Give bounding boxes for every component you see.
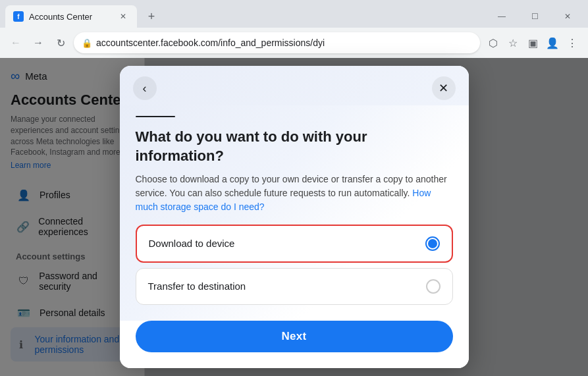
tab-favicon: f <box>13 11 24 22</box>
modal-dialog: ‹ ✕ What do you want to do with your inf… <box>120 66 469 367</box>
minimize-button[interactable]: — <box>487 7 517 26</box>
sidebar-toggle-button[interactable]: ▣ <box>523 34 542 52</box>
modal-options: Download to device Transfer to destinati… <box>136 225 453 305</box>
address-actions: ⬡ ☆ ▣ 👤 ⋮ <box>484 34 581 52</box>
address-bar-row: ← → ↻ 🔒 accountscenter.facebook.com/info… <box>0 28 588 58</box>
modal-description: Choose to download a copy to your own de… <box>136 173 453 214</box>
security-icon: 🔒 <box>82 38 92 48</box>
cast-button[interactable]: ⬡ <box>484 34 502 52</box>
option-download-to-device[interactable]: Download to device <box>136 225 453 263</box>
page-content: ∞ Meta Accounts Center Manage your conne… <box>0 58 588 376</box>
back-button[interactable]: ← <box>7 34 25 52</box>
forward-button[interactable]: → <box>29 34 47 52</box>
tab-bar: f Accounts Center ✕ + — ☐ ✕ <box>0 0 588 28</box>
option-download-label: Download to device <box>149 238 235 249</box>
modal-footer: Next <box>120 321 469 368</box>
active-tab[interactable]: f Accounts Center ✕ <box>5 5 137 28</box>
option-transfer-to-destination[interactable]: Transfer to destination <box>136 268 453 305</box>
browser-chrome: f Accounts Center ✕ + — ☐ ✕ ← → ↻ 🔒 acco… <box>0 0 588 58</box>
next-button[interactable]: Next <box>136 321 453 352</box>
menu-button[interactable]: ⋮ <box>563 34 581 52</box>
maximize-button[interactable]: ☐ <box>520 7 550 26</box>
modal-body: What do you want to do with your informa… <box>120 105 469 320</box>
tab-close-button[interactable]: ✕ <box>117 11 129 22</box>
modal-divider <box>136 116 175 117</box>
url-text: accountscenter.facebook.com/info_and_per… <box>96 38 472 48</box>
option-transfer-label: Transfer to destination <box>148 281 246 292</box>
tab-title: Accounts Center <box>29 12 112 22</box>
radio-download-inner <box>428 239 437 248</box>
close-window-button[interactable]: ✕ <box>552 7 583 26</box>
bookmark-button[interactable]: ☆ <box>504 34 522 52</box>
modal-close-button[interactable]: ✕ <box>432 76 456 100</box>
address-bar[interactable]: 🔒 accountscenter.facebook.com/info_and_p… <box>74 32 480 53</box>
modal-back-button[interactable]: ‹ <box>133 76 157 100</box>
radio-download <box>425 236 440 251</box>
radio-transfer <box>426 279 441 294</box>
reload-button[interactable]: ↻ <box>51 34 70 52</box>
new-tab-button[interactable]: + <box>142 7 161 26</box>
window-controls: — ☐ ✕ <box>487 7 583 26</box>
modal-title: What do you want to do with your informa… <box>136 128 453 165</box>
modal-overlay: ‹ ✕ What do you want to do with your inf… <box>0 58 588 376</box>
profile-button[interactable]: 👤 <box>543 34 562 52</box>
modal-header: ‹ ✕ <box>120 66 469 105</box>
